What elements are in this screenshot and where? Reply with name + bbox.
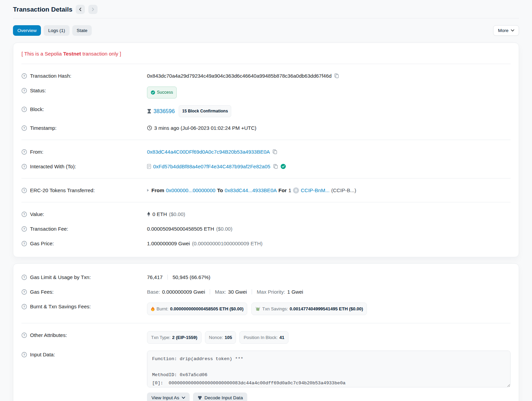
erc20-for-word: For bbox=[278, 186, 286, 194]
testnet-notice-suffix: transaction only ] bbox=[81, 51, 121, 57]
help-icon[interactable]: ? bbox=[21, 188, 27, 193]
erc20-transfers-row: ? ERC-20 Tokens Transferred: From 0x0000… bbox=[21, 183, 511, 198]
testnet-notice-bold: Testnet bbox=[63, 51, 81, 57]
copy-icon bbox=[273, 164, 278, 169]
svg-text:?: ? bbox=[23, 353, 25, 356]
burnt-fee-badge: Burnt: 0.000000000000458505 ETH ($0.00) bbox=[147, 303, 247, 315]
more-dropdown-label: More bbox=[498, 28, 508, 33]
svg-text:?: ? bbox=[23, 227, 25, 231]
erc20-transfers-label: ERC-20 Tokens Transferred: bbox=[30, 186, 95, 194]
svg-text:?: ? bbox=[23, 165, 25, 168]
token-name-link[interactable]: CCIP-BnM... bbox=[301, 186, 329, 194]
to-address-link[interactable]: 0xFd57b4ddBf88a4e07fF4e34C487b99af2Fe82a… bbox=[153, 163, 270, 170]
view-input-as-button[interactable]: View Input As bbox=[147, 392, 190, 401]
copy-to-address-button[interactable] bbox=[272, 163, 279, 170]
interacted-with-row: ? Interacted With (To): 0xFd57b4ddBf88a4… bbox=[21, 159, 511, 174]
help-icon[interactable]: ? bbox=[21, 289, 27, 295]
other-attributes-row: ? Other Attributes: Txn Type: 2 (EIP-155… bbox=[21, 328, 511, 347]
gas-limit-row: ? Gas Limit & Usage by Txn: 76,417 50,94… bbox=[21, 270, 511, 284]
block-number-link[interactable]: 3836596 bbox=[153, 107, 175, 115]
transaction-fee-label: Transaction Fee: bbox=[30, 225, 68, 233]
transaction-fee-amount: 0.000050945000458505 ETH bbox=[147, 225, 214, 233]
gas-price-eth: (0.000000001000000009 ETH) bbox=[192, 240, 263, 247]
svg-text:?: ? bbox=[23, 305, 25, 308]
page: Transaction Details Overview Logs (1) St… bbox=[0, 0, 532, 401]
help-icon[interactable]: ? bbox=[21, 352, 27, 357]
svg-text:?: ? bbox=[23, 126, 25, 130]
money-wings-icon bbox=[255, 307, 261, 311]
svg-text:?: ? bbox=[23, 242, 25, 245]
block-confirmations-badge: 15 Block Confirmations bbox=[179, 105, 231, 117]
svg-text:?: ? bbox=[23, 150, 25, 154]
gas-fees-label: Gas Fees: bbox=[30, 288, 54, 296]
page-header: Transaction Details bbox=[8, 0, 524, 18]
help-icon[interactable]: ? bbox=[21, 226, 27, 232]
from-label: From: bbox=[30, 148, 43, 156]
separator bbox=[210, 289, 210, 294]
decode-input-data-label: Decode Input Data bbox=[205, 395, 243, 400]
block-label: Block: bbox=[30, 105, 44, 113]
timestamp-row: ? Timestamp: 3 mins ago (Jul-06-2023 01:… bbox=[21, 121, 511, 135]
prev-transaction-button[interactable] bbox=[76, 5, 85, 14]
help-icon[interactable]: ? bbox=[21, 212, 27, 217]
timestamp-value: 3 mins ago (Jul-06-2023 01:02:24 PM +UTC… bbox=[154, 124, 256, 132]
testnet-notice-prefix: [ This is a Sepolia bbox=[21, 51, 63, 57]
value-label: Value: bbox=[30, 210, 44, 218]
input-data-row: ? Input Data: Function: drip(address tok… bbox=[21, 347, 511, 401]
tab-overview[interactable]: Overview bbox=[13, 25, 41, 36]
svg-text:?: ? bbox=[23, 89, 25, 92]
fire-icon bbox=[151, 306, 155, 311]
tab-list: Overview Logs (1) State bbox=[13, 25, 92, 36]
hourglass-icon bbox=[147, 109, 151, 114]
divider bbox=[21, 178, 511, 179]
help-icon[interactable]: ? bbox=[21, 241, 27, 246]
copy-tx-hash-button[interactable] bbox=[334, 73, 340, 79]
testnet-notice: [ This is a Sepolia Testnet transaction … bbox=[21, 49, 511, 59]
copy-from-address-button[interactable] bbox=[272, 149, 278, 155]
tab-logs[interactable]: Logs (1) bbox=[44, 25, 70, 36]
help-icon[interactable]: ? bbox=[21, 107, 27, 112]
status-row: ? Status: Success bbox=[21, 83, 511, 102]
divider bbox=[21, 323, 511, 323]
txn-type-label: Txn Type: bbox=[151, 334, 171, 341]
max-priority-label: Max Priority: bbox=[257, 288, 285, 296]
more-dropdown-button[interactable]: More bbox=[493, 25, 519, 36]
erc20-to-address-link[interactable]: 0x83dC44...4933BE0A bbox=[225, 186, 277, 194]
overview-card: [ This is a Sepolia Testnet transaction … bbox=[13, 43, 519, 257]
tab-state[interactable]: State bbox=[72, 25, 92, 36]
help-icon[interactable]: ? bbox=[21, 333, 27, 338]
help-icon[interactable]: ? bbox=[21, 164, 27, 169]
help-icon[interactable]: ? bbox=[21, 149, 27, 155]
nonce-badge: Nonce: 105 bbox=[205, 331, 236, 344]
status-badge: Success bbox=[147, 87, 177, 98]
gas-used-value: 50,945 (66.67%) bbox=[173, 273, 210, 281]
transaction-hash-label: Transaction Hash: bbox=[30, 72, 71, 80]
help-icon[interactable]: ? bbox=[21, 304, 27, 309]
erc20-transfer-item: From 0x000000...00000000 To 0x83dC44...4… bbox=[147, 186, 356, 194]
copy-icon bbox=[272, 149, 277, 154]
svg-text:?: ? bbox=[23, 333, 25, 337]
caret-right-icon bbox=[147, 189, 149, 192]
from-address-link[interactable]: 0x83dC44a4C00DFf69d0A0c7c94B20b53a4933BE… bbox=[147, 148, 270, 156]
gas-price-label: Gas Price: bbox=[30, 240, 54, 247]
svg-text:?: ? bbox=[23, 188, 25, 192]
help-icon[interactable]: ? bbox=[21, 275, 27, 280]
input-data-textarea[interactable]: Function: drip(address token) *** Method… bbox=[147, 351, 511, 387]
chevron-down-icon bbox=[511, 29, 514, 32]
input-actions: View Input As Decode Input Data bbox=[147, 392, 511, 401]
svg-text:?: ? bbox=[23, 290, 25, 294]
next-transaction-button[interactable] bbox=[88, 5, 98, 14]
transaction-hash-value: 0x843dc70a4a29d79234c49a904c363d6c46640a… bbox=[147, 72, 331, 80]
help-icon[interactable]: ? bbox=[21, 125, 27, 131]
other-attributes-label: Other Attributes: bbox=[30, 331, 67, 339]
txn-savings-label: Txn Savings: bbox=[262, 305, 288, 313]
help-icon[interactable]: ? bbox=[21, 88, 27, 93]
base-fee-label: Base: bbox=[147, 288, 160, 296]
header-divider bbox=[13, 18, 519, 18]
erc20-from-address-link[interactable]: 0x000000...00000000 bbox=[166, 186, 216, 194]
divider bbox=[21, 140, 511, 140]
help-icon[interactable]: ? bbox=[21, 73, 27, 79]
chevron-left-icon bbox=[78, 7, 82, 11]
decode-input-data-button[interactable]: Decode Input Data bbox=[193, 392, 248, 401]
page-title: Transaction Details bbox=[13, 6, 72, 13]
